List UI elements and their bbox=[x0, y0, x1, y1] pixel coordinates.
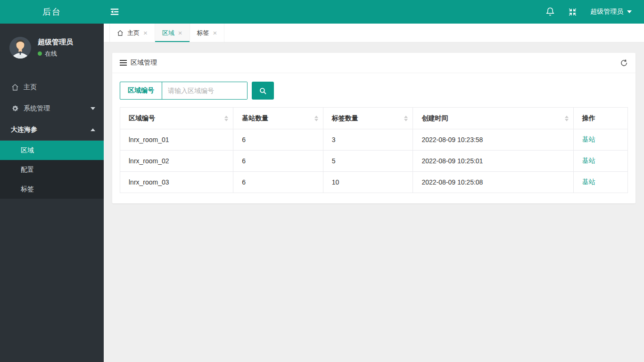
column-label: 基站数量 bbox=[242, 114, 268, 122]
column-header-2: 标签数量 bbox=[323, 108, 413, 129]
bell-icon bbox=[545, 7, 555, 17]
sidebar-item-label: 大连海参 bbox=[11, 126, 37, 134]
sidebar-submenu: 区域 配置 标签 bbox=[0, 140, 104, 199]
refresh-button[interactable] bbox=[620, 59, 628, 67]
chevron-down-icon bbox=[91, 107, 95, 110]
user-dropdown-label: 超级管理员 bbox=[590, 8, 623, 16]
column-header-1: 基站数量 bbox=[233, 108, 323, 129]
search-field-label: 区域编号 bbox=[120, 82, 162, 99]
tab-label: 标签 bbox=[197, 29, 209, 37]
search-input[interactable] bbox=[162, 82, 247, 99]
cell-base_stations: 6 bbox=[233, 172, 323, 193]
cell-created_at: 2022-08-09 10:25:08 bbox=[413, 172, 573, 193]
home-icon bbox=[11, 84, 19, 91]
sidebar: 超级管理员 在线 主页 系统管理 大连海参 区域 bbox=[0, 24, 104, 362]
search-icon bbox=[259, 87, 267, 95]
cell-created_at: 2022-08-09 10:23:58 bbox=[413, 129, 573, 151]
sidebar-item-system[interactable]: 系统管理 bbox=[0, 98, 104, 119]
online-status-dot bbox=[38, 51, 42, 56]
cell-tags: 10 bbox=[323, 172, 413, 193]
user-panel: 超级管理员 在线 bbox=[0, 24, 104, 70]
column-label: 创建时间 bbox=[421, 114, 448, 122]
sort-icon[interactable] bbox=[565, 116, 569, 121]
close-icon[interactable]: × bbox=[143, 29, 148, 36]
chevron-up-icon bbox=[91, 128, 95, 131]
app-logo[interactable]: 后台 bbox=[0, 0, 104, 24]
top-navbar: 后台 超级管理员 bbox=[0, 0, 644, 24]
base-station-link[interactable]: 基站 bbox=[582, 157, 595, 164]
column-label: 区域编号 bbox=[129, 114, 155, 122]
gear-icon bbox=[11, 105, 19, 112]
sidebar-subitem-tags[interactable]: 标签 bbox=[0, 179, 104, 199]
area-table: 区域编号基站数量标签数量创建时间操作 lnrx_room_01632022-08… bbox=[120, 107, 628, 193]
cell-area_id: lnrx_room_03 bbox=[120, 172, 233, 193]
sidebar-item-dalian-haishen[interactable]: 大连海参 bbox=[0, 119, 104, 140]
table-header-row: 区域编号基站数量标签数量创建时间操作 bbox=[120, 108, 628, 129]
cell-created_at: 2022-08-09 10:25:01 bbox=[413, 151, 573, 172]
sidebar-item-label: 主页 bbox=[24, 83, 37, 92]
avatar[interactable] bbox=[9, 37, 31, 59]
notifications-button[interactable] bbox=[545, 7, 555, 17]
user-dropdown[interactable]: 超级管理员 bbox=[590, 8, 632, 16]
list-icon bbox=[120, 60, 127, 66]
column-header-0: 区域编号 bbox=[120, 108, 233, 129]
sort-icon[interactable] bbox=[404, 116, 408, 121]
table-row: lnrx_room_036102022-08-09 10:25:08基站 bbox=[120, 172, 628, 193]
chevron-down-icon bbox=[627, 10, 632, 13]
close-icon[interactable]: × bbox=[178, 29, 182, 36]
card-body: 区域编号 区域编号基站数量标签数量创建时间操作 lnrx_room_016320… bbox=[112, 73, 636, 203]
tab-tags[interactable]: 标签 × bbox=[190, 24, 225, 42]
sidebar-subitem-label: 标签 bbox=[21, 185, 34, 194]
cell-tags: 3 bbox=[323, 129, 413, 151]
compress-icon bbox=[568, 8, 577, 17]
search-button[interactable] bbox=[252, 82, 274, 100]
search-row: 区域编号 bbox=[120, 82, 628, 100]
sidebar-item-label: 系统管理 bbox=[24, 104, 50, 113]
table-body: lnrx_room_01632022-08-09 10:23:58基站lnrx_… bbox=[120, 129, 628, 193]
base-station-link[interactable]: 基站 bbox=[582, 178, 595, 185]
refresh-icon bbox=[620, 59, 628, 67]
tab-bar: 主页 × 区域 × 标签 × bbox=[104, 24, 644, 42]
navbar-spacer bbox=[125, 0, 545, 24]
user-status-label: 在线 bbox=[45, 50, 57, 58]
column-header-3: 创建时间 bbox=[413, 108, 573, 129]
sidebar-toggle-button[interactable] bbox=[104, 0, 125, 24]
cell-action: 基站 bbox=[573, 129, 627, 151]
close-icon[interactable]: × bbox=[213, 29, 217, 36]
table-row: lnrx_room_02652022-08-09 10:25:01基站 bbox=[120, 151, 628, 172]
sort-icon[interactable] bbox=[314, 116, 318, 121]
cell-action: 基站 bbox=[573, 172, 627, 193]
menu-toggle-icon bbox=[109, 7, 120, 17]
column-header-4: 操作 bbox=[573, 108, 627, 129]
cell-area_id: lnrx_room_02 bbox=[120, 151, 233, 172]
page-body: 区域管理 区域编号 bbox=[104, 42, 644, 362]
column-label: 操作 bbox=[582, 114, 595, 122]
page-title: 区域管理 bbox=[131, 59, 157, 67]
base-station-link[interactable]: 基站 bbox=[582, 135, 595, 143]
card-header: 区域管理 bbox=[112, 53, 636, 73]
user-name: 超级管理员 bbox=[38, 38, 73, 47]
tab-area[interactable]: 区域 × bbox=[155, 24, 190, 42]
cell-base_stations: 6 bbox=[233, 129, 323, 151]
sidebar-subitem-label: 配置 bbox=[21, 166, 34, 174]
sidebar-menu: 主页 系统管理 大连海参 区域 配置 标签 bbox=[0, 76, 104, 199]
fullscreen-button[interactable] bbox=[568, 8, 577, 17]
main-content: 主页 × 区域 × 标签 × 区域管理 bbox=[104, 0, 644, 362]
cell-base_stations: 6 bbox=[233, 151, 323, 172]
tab-home[interactable]: 主页 × bbox=[109, 24, 155, 42]
cell-tags: 5 bbox=[323, 151, 413, 172]
table-row: lnrx_room_01632022-08-09 10:23:58基站 bbox=[120, 129, 628, 151]
sidebar-subitem-label: 区域 bbox=[21, 146, 34, 155]
cell-action: 基站 bbox=[573, 151, 627, 172]
tab-label: 主页 bbox=[127, 29, 140, 37]
area-management-card: 区域管理 区域编号 bbox=[112, 53, 636, 203]
home-icon bbox=[117, 30, 124, 36]
column-label: 标签数量 bbox=[332, 114, 358, 122]
search-group: 区域编号 bbox=[120, 82, 248, 100]
tab-label: 区域 bbox=[162, 29, 174, 37]
sidebar-subitem-area[interactable]: 区域 bbox=[0, 141, 104, 160]
cell-area_id: lnrx_room_01 bbox=[120, 129, 233, 151]
sidebar-item-home[interactable]: 主页 bbox=[0, 76, 104, 98]
sort-icon[interactable] bbox=[224, 116, 228, 121]
sidebar-subitem-config[interactable]: 配置 bbox=[0, 160, 104, 179]
